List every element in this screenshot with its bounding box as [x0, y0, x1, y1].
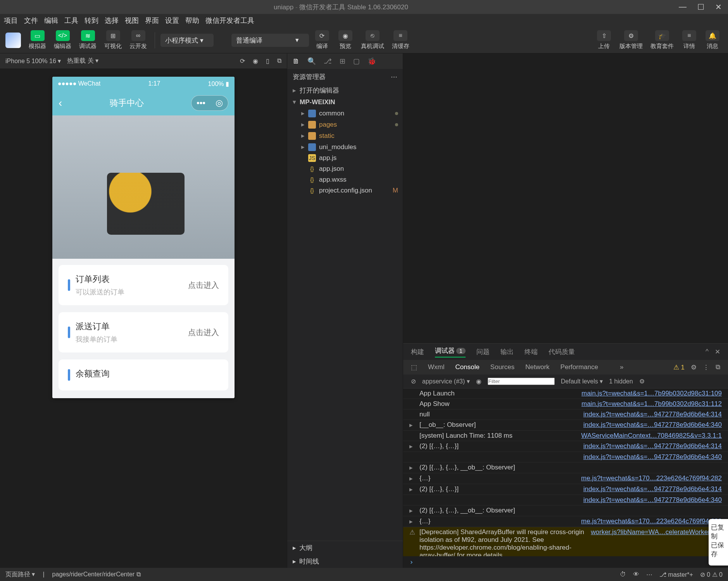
- collapse-icon[interactable]: ^: [706, 348, 709, 356]
- warning-count[interactable]: ⚠ 1: [673, 363, 685, 371]
- close-panel-icon[interactable]: ✕: [715, 348, 720, 356]
- bug-icon[interactable]: 🐞: [367, 57, 376, 65]
- eye-icon[interactable]: ◉: [476, 378, 481, 385]
- console-prompt[interactable]: ›: [403, 556, 728, 568]
- explorer-tab-icon[interactable]: 🗎: [293, 57, 300, 65]
- close-icon[interactable]: ✕: [715, 2, 722, 12]
- git-branch[interactable]: ⎇ master*+: [659, 571, 693, 578]
- phone-simulator[interactable]: ●●●●● WeChat1:17100% ▮ ‹ 骑手中心 •••◎ 订单列表可…: [52, 77, 235, 398]
- preview-button[interactable]: ◉预览: [335, 29, 355, 52]
- editor-button[interactable]: </>编辑器: [52, 29, 74, 52]
- device-select[interactable]: iPhone 5 100% 16 ▾: [5, 57, 61, 65]
- record-icon[interactable]: ◉: [253, 57, 258, 65]
- menu-帮助[interactable]: 帮助: [185, 16, 199, 25]
- menu-微信开发者工具[interactable]: 微信开发者工具: [205, 16, 254, 25]
- tree-item[interactable]: ▸static: [287, 130, 403, 141]
- mode-select[interactable]: 小程序模式 ▾: [160, 34, 214, 47]
- console-line[interactable]: ▸(2) [{…}, {…}, __ob__: Observer]: [403, 505, 728, 516]
- root-folder[interactable]: ▾MP-WEIXIN: [287, 96, 403, 108]
- grid-icon[interactable]: ⊞: [340, 57, 345, 65]
- build-button[interactable]: ⟳编译: [312, 29, 332, 52]
- msg-button[interactable]: 🔔消息: [702, 29, 723, 52]
- levels-select[interactable]: Default levels ▾: [561, 378, 603, 385]
- page-path-label[interactable]: 页面路径 ▾: [5, 571, 35, 579]
- upload-button[interactable]: ⇧上传: [594, 29, 614, 52]
- version-button[interactable]: ⚙版本管理: [617, 29, 645, 52]
- devtool-tab[interactable]: Performance: [561, 363, 598, 371]
- console-line[interactable]: App Showmain.js?t=wechat&s=1…7b99b0302d9…: [403, 399, 728, 409]
- console-line[interactable]: ▸{…}me.js?t=wechat&s=170…223e6264c769f94…: [403, 516, 728, 527]
- console-line[interactable]: ▸(2) [{…}, {…}, __ob__: Observer]: [403, 462, 728, 473]
- panel-tab[interactable]: 问题: [476, 347, 490, 356]
- devtool-tab[interactable]: Network: [525, 363, 549, 371]
- console-line[interactable]: ▸[__ob__: Observer]index.js?t=wechat&s=……: [403, 420, 728, 431]
- panel-tab[interactable]: 构建: [411, 347, 424, 356]
- tree-item[interactable]: ▸pages: [287, 119, 403, 130]
- more-icon[interactable]: ⋯: [391, 73, 397, 81]
- tree-item[interactable]: {}app.json: [287, 163, 403, 174]
- back-icon[interactable]: ‹: [59, 97, 62, 109]
- open-editors[interactable]: ▸打开的编辑器: [287, 84, 403, 96]
- debugger-button[interactable]: ≋调试器: [77, 29, 99, 52]
- menu-编辑[interactable]: 编辑: [44, 16, 58, 25]
- console-line[interactable]: nullindex.js?t=wechat&s=…9472778e9d6b6e4…: [403, 409, 728, 420]
- perf-icon[interactable]: ⏱: [620, 571, 626, 578]
- edu-button[interactable]: 🎓教育套件: [648, 29, 676, 52]
- simulator-button[interactable]: ▭模拟器: [26, 29, 48, 52]
- tree-item[interactable]: JSapp.js: [287, 153, 403, 163]
- menu-文件[interactable]: 文件: [24, 16, 38, 25]
- card[interactable]: 订单列表可以派送的订单点击进入: [59, 265, 228, 305]
- remote-button[interactable]: ⎋真机调试: [359, 29, 386, 52]
- filter-input[interactable]: [488, 378, 555, 385]
- more-tabs-icon[interactable]: »: [620, 363, 623, 371]
- refresh-icon[interactable]: ⟳: [240, 57, 245, 65]
- popout-icon[interactable]: ⧉: [716, 363, 720, 371]
- inspect-icon[interactable]: ⬚: [411, 363, 417, 371]
- cloud-button[interactable]: ∞云开发: [127, 29, 149, 52]
- eye-status-icon[interactable]: 👁: [633, 571, 639, 578]
- panel-tab[interactable]: 代码质量: [549, 347, 575, 356]
- console-line[interactable]: index.js?t=wechat&s=…9472778e9d6b6e4:340: [403, 452, 728, 462]
- panel-tab[interactable]: 输出: [500, 347, 514, 356]
- menu-设置[interactable]: 设置: [165, 16, 179, 25]
- card[interactable]: 派送订单我接单的订单点击进入: [59, 312, 228, 352]
- tree-item[interactable]: ▸uni_modules: [287, 141, 403, 153]
- dock-icon[interactable]: ⋮: [703, 363, 709, 371]
- tree-item[interactable]: {}project.config.jsonM: [287, 185, 403, 196]
- git-tab-icon[interactable]: ⎇: [324, 57, 332, 65]
- menu-项目[interactable]: 项目: [4, 16, 18, 25]
- settings-icon[interactable]: ⚙: [691, 363, 697, 371]
- timeline-section[interactable]: ▸时间线: [287, 555, 403, 568]
- panel-tab[interactable]: 调试器1: [435, 346, 466, 358]
- clear-icon[interactable]: ⊘: [411, 378, 416, 385]
- console-line[interactable]: App Launchmain.js?t=wechat&s=1…7b99b0302…: [403, 388, 728, 399]
- problems-count[interactable]: ⊘ 0 ⚠ 0: [700, 571, 723, 578]
- menu-选择[interactable]: 选择: [105, 16, 119, 25]
- compile-select[interactable]: 普通编译 ▾: [231, 34, 309, 47]
- tree-item[interactable]: {}app.wxss: [287, 174, 403, 185]
- copy-icon[interactable]: ⧉: [277, 57, 281, 65]
- more-status-icon[interactable]: ⋯: [646, 571, 652, 578]
- panel-tab[interactable]: 终端: [524, 347, 538, 356]
- hotreload-select[interactable]: 热重载 关 ▾: [67, 57, 98, 65]
- console-warning[interactable]: ⚠[Deprecation] SharedArrayBuffer will re…: [403, 527, 728, 556]
- box-icon[interactable]: ▢: [353, 57, 360, 65]
- menu-工具[interactable]: 工具: [64, 16, 78, 25]
- console-line[interactable]: ▸(2) [{…}, {…}]index.js?t=wechat&s=…9472…: [403, 484, 728, 495]
- cache-button[interactable]: ≡清缓存: [390, 29, 412, 52]
- maximize-icon[interactable]: ☐: [697, 2, 704, 12]
- card[interactable]: 余额查询: [59, 359, 228, 390]
- hidden-count[interactable]: 1 hidden: [609, 378, 633, 385]
- detail-button[interactable]: ≡详情: [679, 29, 699, 52]
- console-line[interactable]: ▸(2) [{…}, {…}]index.js?t=wechat&s=…9472…: [403, 441, 728, 452]
- menu-转到[interactable]: 转到: [85, 16, 98, 25]
- console-line[interactable]: [system] Launch Time: 1108 msWAServiceMa…: [403, 431, 728, 441]
- console-line[interactable]: ▸{…}me.js?t=wechat&s=170…223e6264c769f94…: [403, 473, 728, 484]
- devtool-tab[interactable]: Sources: [490, 363, 514, 371]
- console-line[interactable]: index.js?t=wechat&s=…9472778e9d6b6e4:340: [403, 495, 728, 505]
- menu-视图[interactable]: 视图: [125, 16, 139, 25]
- minimize-icon[interactable]: —: [679, 2, 687, 12]
- console-settings-icon[interactable]: ⚙: [639, 378, 645, 385]
- outline-section[interactable]: ▸大纲: [287, 541, 403, 555]
- search-tab-icon[interactable]: 🔍: [307, 57, 316, 65]
